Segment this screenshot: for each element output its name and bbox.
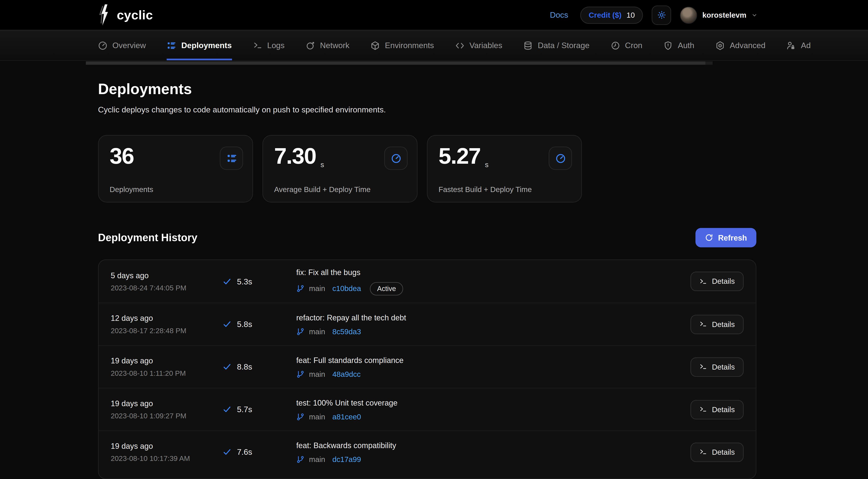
commit-hash-link[interactable]: 48a9dcc (332, 370, 361, 378)
tab-auth[interactable]: Auth (663, 30, 694, 60)
git-branch-icon (296, 284, 305, 293)
build-duration: 5.8s (237, 320, 252, 329)
tab-variables[interactable]: Variables (455, 30, 502, 60)
check-icon (223, 362, 231, 371)
details-button[interactable]: Details (690, 400, 744, 419)
stat-label: Average Build + Deploy Time (274, 185, 371, 194)
tab-deployments[interactable]: Deployments (167, 30, 231, 60)
history-title: Deployment History (98, 232, 197, 244)
tab-label: Logs (267, 41, 285, 50)
git-branch-icon (296, 327, 305, 336)
user-menu[interactable]: korostelevm (680, 6, 757, 24)
docs-link[interactable]: Docs (550, 10, 568, 20)
tab-label: Network (320, 41, 349, 50)
clock-icon (611, 41, 620, 50)
details-button[interactable]: Details (690, 442, 744, 462)
scrollbar-thumb[interactable] (86, 61, 706, 65)
timestamp: 2023-08-17 2:28:48 PM (111, 327, 223, 335)
credit-button[interactable]: Credit ($) 10 (580, 6, 643, 24)
tab-logs[interactable]: Logs (253, 30, 284, 60)
details-label: Details (712, 363, 735, 371)
username: korostelevm (703, 11, 747, 19)
details-button[interactable]: Details (690, 272, 744, 291)
hexagon-gear-icon (715, 41, 725, 50)
tab-label: Auth (678, 41, 694, 50)
nav-tabs: Overview Deployments Logs Network Enviro… (0, 30, 868, 61)
tab-label: Cron (625, 41, 642, 50)
page-title: Deployments (98, 81, 756, 98)
timer-icon-chip (549, 147, 572, 170)
theme-toggle-button[interactable] (652, 5, 671, 25)
build-duration: 5.3s (237, 277, 252, 286)
tab-data-storage[interactable]: Data / Storage (523, 30, 590, 60)
cyclic-logo[interactable]: cyclic (98, 4, 153, 26)
relative-time: 19 days ago (111, 399, 223, 408)
timestamp: 2023-08-10 10:17:39 AM (111, 454, 223, 463)
tab-network[interactable]: Network (306, 30, 349, 60)
avatar (680, 6, 698, 24)
timer-icon-chip (384, 147, 408, 170)
cube-icon (371, 41, 380, 50)
deployment-row: 5 days ago 2023-08-24 7:44:05 PM 5.3s fi… (99, 260, 756, 303)
tab-label: Environments (385, 41, 434, 50)
check-icon (223, 320, 231, 329)
git-branch-icon (296, 370, 305, 378)
refresh-label: Refresh (718, 233, 747, 242)
tab-label: Variables (469, 41, 502, 50)
active-badge: Active (370, 282, 403, 295)
credit-value: 10 (626, 11, 635, 19)
tab-cron[interactable]: Cron (611, 30, 642, 60)
commit-message: feat: Backwards compatibility (296, 441, 690, 450)
deployment-row: 19 days ago 2023-08-10 10:17:39 AM 7.6s … (99, 431, 756, 473)
terminal-icon (253, 41, 262, 50)
timestamp: 2023-08-24 7:44:05 PM (111, 283, 223, 292)
database-icon (523, 41, 533, 50)
commit-hash-link[interactable]: dc17a99 (332, 455, 361, 464)
list-icon (226, 153, 237, 164)
details-button[interactable]: Details (690, 314, 744, 334)
tab-label: Overview (113, 41, 146, 50)
tab-environments[interactable]: Environments (371, 30, 434, 60)
user-lock-icon (786, 41, 796, 50)
timestamp: 2023-08-10 1:11:20 PM (111, 369, 223, 377)
commit-message: fix: Fix all the bugs (296, 268, 690, 277)
stat-label: Deployments (110, 185, 153, 194)
timer-icon (555, 153, 565, 164)
build-duration: 5.7s (237, 405, 252, 414)
git-branch-icon (296, 455, 305, 464)
commit-hash-link[interactable]: c10bdea (332, 284, 361, 293)
commit-hash-link[interactable]: 8c59da3 (332, 327, 361, 336)
stat-value: 36 (110, 144, 134, 168)
stat-value: 7.30 (274, 144, 316, 168)
relative-time: 12 days ago (111, 314, 223, 323)
refresh-icon (705, 234, 713, 242)
network-icon (306, 41, 315, 50)
check-icon (223, 405, 231, 414)
stat-value: 5.27 (438, 144, 480, 168)
tab-ad[interactable]: Ad (786, 30, 811, 60)
details-button[interactable]: Details (690, 357, 744, 377)
commit-message: feat: Full standards compliance (296, 355, 690, 365)
tab-label: Ad (801, 41, 811, 50)
code-brackets-icon (455, 41, 464, 50)
commit-hash-link[interactable]: a81cee0 (332, 412, 361, 421)
list-icon (167, 41, 176, 50)
commit-message: test: 100% Unit test coverage (296, 398, 690, 407)
shield-icon (663, 41, 673, 50)
refresh-button[interactable]: Refresh (695, 228, 756, 247)
stat-card: 7.30 s Average Build + Deploy Time (262, 135, 417, 202)
page-subtitle: Cyclic deploys changes to code automatic… (98, 105, 756, 114)
top-header: cyclic Docs Credit ($) 10 korostelevm (0, 0, 868, 30)
deployment-row: 12 days ago 2023-08-17 2:28:48 PM 5.8s r… (99, 303, 756, 345)
credit-label: Credit ($) (589, 11, 621, 19)
check-icon (223, 277, 231, 286)
nav-horizontal-scrollbar (86, 61, 713, 65)
tab-advanced[interactable]: Advanced (715, 30, 766, 60)
gauge-icon (98, 41, 107, 50)
tab-label: Advanced (730, 41, 766, 50)
header-right-cluster: Docs Credit ($) 10 korostelevm (550, 5, 757, 25)
tab-label: Data / Storage (538, 41, 590, 50)
chevron-down-icon (751, 12, 757, 18)
terminal-icon (699, 448, 707, 456)
tab-overview[interactable]: Overview (98, 30, 146, 60)
